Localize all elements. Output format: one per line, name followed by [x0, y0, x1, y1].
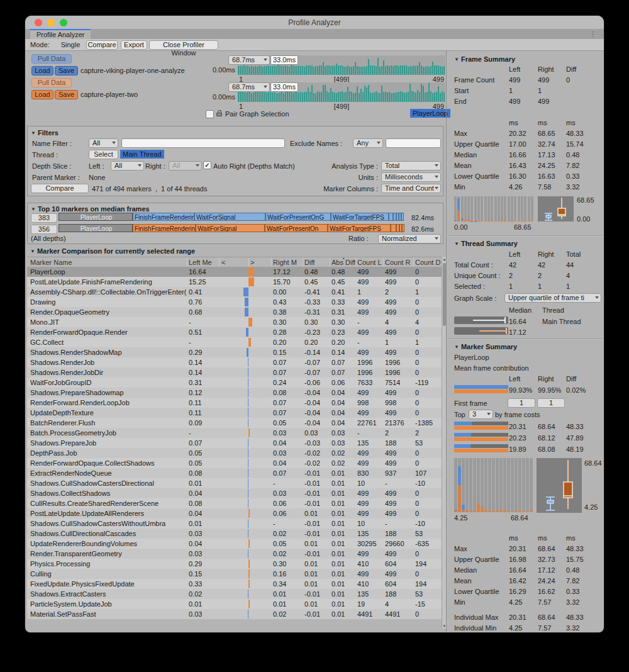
marker-columns-dropdown[interactable]: Time and Count: [381, 184, 441, 193]
table-row[interactable]: Shadows.CullShadowCastersDirectional0.01…: [27, 478, 442, 488]
table-row[interactable]: FixedUpdate.PhysicsFixedUpdate0.330.340.…: [27, 579, 442, 589]
table-row[interactable]: PostLateUpdate.FinishFrameRendering15.25…: [27, 277, 442, 287]
marker-segment[interactable]: FinishFrameRendering: [133, 224, 196, 232]
top-n-dropdown[interactable]: 3: [469, 410, 493, 419]
marker-segment[interactable]: PlayerLoop: [58, 213, 133, 221]
marker-segment[interactable]: [391, 224, 396, 232]
load-left-button[interactable]: Load: [31, 66, 53, 76]
thread-value-chip[interactable]: Main Thread: [120, 150, 164, 159]
tab-profile-analyzer[interactable]: Profile Analyzer: [30, 29, 91, 40]
col-left-median[interactable]: Left Me: [189, 259, 218, 266]
marker-segment[interactable]: [402, 224, 404, 232]
col-right-median[interactable]: Right M: [273, 259, 301, 266]
load-right-button[interactable]: Load: [31, 90, 53, 99]
col-count-left[interactable]: Count L: [357, 259, 382, 266]
table-row[interactable]: Physics.Processing0.290.300.010.01410604…: [27, 559, 442, 569]
table-row[interactable]: Render.TransparentGeometry0.030.02-0.010…: [27, 549, 442, 559]
marker-segment[interactable]: WaitForPresentOn: [265, 224, 328, 232]
table-row[interactable]: ExtractRenderNodeQueue0.080.07-0.010.018…: [27, 468, 442, 478]
compare-button[interactable]: Compare: [31, 184, 89, 193]
exclude-names-input[interactable]: [386, 138, 441, 148]
units-dropdown[interactable]: Milliseconds: [381, 172, 441, 182]
col-diff[interactable]: Diff: [304, 259, 314, 266]
export-button[interactable]: Export: [121, 40, 147, 50]
close-profiler-window-button[interactable]: Close Profiler Window: [149, 40, 218, 50]
exclude-mode-dropdown[interactable]: Any: [353, 138, 383, 148]
pull-data-left-button[interactable]: Pull Data: [31, 54, 72, 64]
table-row[interactable]: CullResults.CreateSharedRendererScene0.0…: [27, 498, 442, 508]
table-row[interactable]: RenderForwardOpaque.CollectShadows0.050.…: [27, 458, 442, 468]
top10-frame-button-2[interactable]: 356: [31, 225, 57, 234]
table-row[interactable]: DepthPass.Job0.050.03-0.020.024994990: [27, 448, 442, 458]
table-row[interactable]: RenderForwardOpaque.Render0.510.28-0.230…: [27, 327, 442, 337]
marker-segment[interactable]: WaitForPresentOnG: [265, 213, 331, 221]
col-count-diff[interactable]: Count D: [415, 259, 442, 266]
depth-left-dropdown[interactable]: All: [111, 161, 144, 171]
pair-graph-selection-checkbox[interactable]: [206, 110, 214, 118]
first-frame-left-button[interactable]: 1: [508, 398, 535, 408]
table-row[interactable]: Shadows.CullDirectionalCascades0.030.02-…: [27, 529, 442, 539]
frame-summary-histogram[interactable]: [454, 196, 535, 221]
marker-segment[interactable]: [389, 213, 393, 221]
mode-compare-button[interactable]: Compare: [86, 40, 118, 50]
selected-marker-chip[interactable]: PlayerLoop: [410, 109, 450, 118]
table-row[interactable]: Material.SetPassFast0.030.02-0.010.01449…: [27, 609, 442, 619]
analysis-type-dropdown[interactable]: Total: [381, 161, 441, 171]
table-row[interactable]: Shadows.RenderJob0.140.07-0.070.07199619…: [27, 357, 442, 367]
table-row[interactable]: Drawing0.760.43-0.330.334994990: [27, 297, 442, 307]
table-row[interactable]: PostLateUpdate.UpdateAllRenderers0.040.0…: [27, 508, 442, 518]
marker-segment[interactable]: [401, 213, 404, 221]
table-row[interactable]: BatchRenderer.Flush0.090.05-0.040.042276…: [27, 418, 442, 428]
graph-range-dropdown-right[interactable]: 68.7ms: [228, 82, 270, 92]
thread-select-button[interactable]: Select: [89, 150, 118, 159]
table-row[interactable]: Render.OpaqueGeometry0.680.38-0.310.3149…: [27, 307, 442, 317]
marker-segment[interactable]: PlayerLoop: [58, 224, 133, 232]
name-filter-mode-dropdown[interactable]: All: [89, 138, 118, 148]
table-row[interactable]: Culling0.150.160.010.014994990: [27, 569, 442, 579]
table-row[interactable]: Assembly-CSharp.dll!::Collectable.OnTrig…: [27, 287, 442, 297]
marker-summary-boxplot[interactable]: [537, 458, 582, 513]
col-left-bar[interactable]: <: [221, 259, 225, 266]
graph-scale-dropdown[interactable]: Upper quartile of frame ti: [504, 293, 601, 303]
save-left-button[interactable]: Save: [55, 66, 78, 76]
name-filter-input[interactable]: [121, 138, 285, 148]
table-row[interactable]: Shadows.ExtractCasters0.020.01-0.010.011…: [27, 589, 442, 599]
table-row[interactable]: WaitForJobGroupID0.310.24-0.060.06763375…: [27, 378, 442, 388]
marker-segment[interactable]: WaitForTargetFPS: [328, 224, 391, 232]
marker-summary-histogram[interactable]: [454, 458, 535, 512]
marker-segment[interactable]: WaitForSignal: [194, 213, 265, 221]
thread-whisker-left[interactable]: [454, 316, 508, 324]
mode-single-button[interactable]: Single: [58, 41, 83, 48]
table-row[interactable]: Shadows.CollectShadows0.040.03-0.010.014…: [27, 488, 442, 498]
table-row[interactable]: Shadows.CullShadowCastersWithoutUmbra0.0…: [27, 518, 442, 529]
table-row[interactable]: Shadows.RenderShadowMap0.290.15-0.140.14…: [27, 347, 442, 357]
table-row[interactable]: RenderForward.RenderLoopJob0.110.07-0.04…: [27, 398, 442, 408]
kebab-menu-icon[interactable]: ⋮: [589, 30, 596, 38]
table-row[interactable]: Shadows.RenderJobDir0.140.07-0.070.07199…: [27, 367, 442, 378]
marker-segment[interactable]: WaitForSignal: [196, 224, 265, 232]
col-count-right[interactable]: Count R: [385, 259, 410, 266]
table-row[interactable]: Shadows.PrepareJob0.070.04-0.030.0313518…: [27, 438, 442, 448]
table-row[interactable]: ParticleSystem.UpdateJob0.010.010.010.01…: [27, 599, 442, 609]
auto-right-checkbox[interactable]: ✓: [203, 161, 211, 169]
ratio-dropdown[interactable]: Normalized: [378, 234, 441, 244]
table-row[interactable]: GC.Collect-0.200.200.20-11: [27, 337, 442, 347]
thread-whisker-right[interactable]: [454, 327, 508, 335]
col-marker-name[interactable]: Marker Name: [30, 259, 184, 266]
top10-bar-right[interactable]: PlayerLoopFinishFrameRenderingWaitForSig…: [58, 224, 408, 233]
table-row[interactable]: UpdateRendererBoundingVolumes0.040.050.0…: [27, 539, 442, 549]
table-row[interactable]: PlayerLoop16.6417.120.480.484994990: [27, 267, 442, 277]
graph-range-dropdown-left[interactable]: 68.7ms: [228, 55, 270, 65]
marker-segment[interactable]: WaitForTargetFPS: [331, 213, 389, 221]
pull-data-right-button[interactable]: Pull Data: [31, 78, 72, 87]
marker-segment[interactable]: FinishFrameRendering: [133, 213, 194, 221]
first-frame-right-button[interactable]: 1: [537, 398, 565, 408]
table-row[interactable]: UpdateDepthTexture0.110.07-0.040.0449949…: [27, 408, 442, 418]
table-row[interactable]: Shadows.PrepareShadowmap0.120.08-0.040.0…: [27, 388, 442, 398]
top10-bar-left[interactable]: PlayerLoopFinishFrameRenderingWaitForSig…: [58, 213, 408, 222]
table-row[interactable]: Mono.JIT-0.300.300.30-44: [27, 317, 442, 327]
save-right-button[interactable]: Save: [55, 90, 78, 99]
frame-summary-boxplot[interactable]: [538, 196, 574, 221]
top10-frame-button-1[interactable]: 383: [31, 213, 57, 223]
col-right-bar[interactable]: >: [250, 259, 254, 266]
